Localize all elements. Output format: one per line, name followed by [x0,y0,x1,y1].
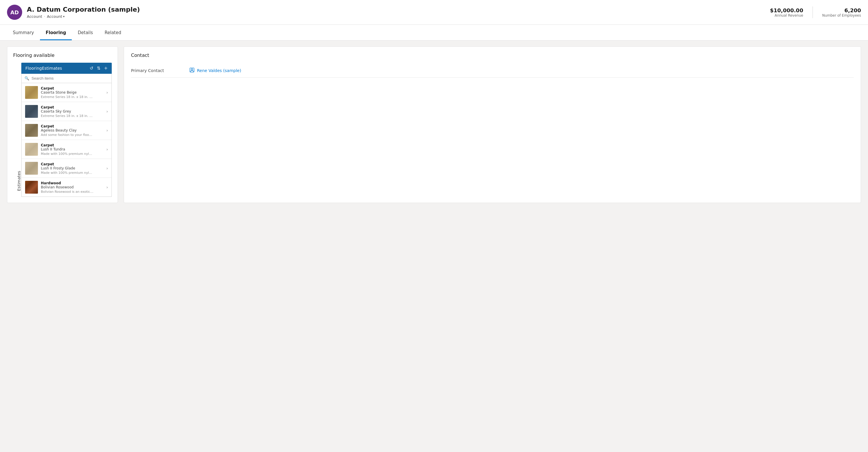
sort-icon[interactable]: ⇅ [97,66,101,71]
nav-tabs: Summary Flooring Details Related [0,25,868,40]
tab-related[interactable]: Related [99,25,127,40]
item-category: Hardwood [41,181,103,185]
item-category: Carpet [41,143,103,147]
search-icon: 🔍 [25,76,29,80]
item-category: Carpet [41,86,103,90]
breadcrumb-dropdown[interactable]: Account ▾ [47,14,65,19]
contact-icon [189,67,195,74]
item-chevron-icon: › [106,128,108,133]
item-chevron-icon: › [106,185,108,190]
item-info: Carpet Caserta Sky Grey Extreme Series 1… [41,105,103,118]
item-list: Carpet Caserta Stone Beige Extreme Serie… [21,83,112,197]
list-item[interactable]: Carpet Ageless Beauty Clay Add some fash… [22,121,112,140]
item-category: Carpet [41,105,103,109]
page-title: A. Datum Corporation (sample) [27,6,140,13]
left-panel-inner: Estimates FlooringEstimates ↺ ⇅ + 🔍 [13,63,112,197]
item-thumbnail [25,124,38,137]
list-item[interactable]: Carpet Caserta Stone Beige Extreme Serie… [22,83,112,102]
header-info: A. Datum Corporation (sample) Account · … [27,6,140,19]
list-item[interactable]: Carpet Lush II Tundra Made with 100% pre… [22,140,112,159]
breadcrumb: Account · Account ▾ [27,14,140,19]
list-item[interactable]: Hardwood Bolivian Rosewood Bolivian Rose… [22,178,112,197]
right-panel: Contact Primary Contact Rene Valdes (sam… [124,46,861,203]
header-right: $10,000.00 Annual Revenue 6,200 Number o… [770,6,861,18]
left-panel-title: Flooring available [13,53,112,58]
item-info: Carpet Caserta Stone Beige Extreme Serie… [41,86,103,99]
list-item[interactable]: Carpet Lush II Frosty Glade Made with 10… [22,159,112,178]
item-category: Carpet [41,124,103,128]
item-thumbnail [25,143,38,156]
chevron-down-icon: ▾ [63,15,64,18]
item-thumbnail [25,181,38,194]
item-desc: Made with 100% premium nylon fiber, this… [41,152,93,156]
item-desc: Add some fashion to your floors with the… [41,133,93,137]
item-category: Carpet [41,162,103,166]
item-thumbnail [25,86,38,99]
estimates-actions: ↺ ⇅ + [90,66,108,71]
item-name: Lush II Tundra [41,147,103,151]
employees-value: 6,200 [822,7,861,13]
contact-section-title: Contact [131,53,854,58]
item-chevron-icon: › [106,147,108,152]
item-thumbnail [25,162,38,175]
contact-link[interactable]: Rene Valdes (sample) [197,68,241,73]
item-chevron-icon: › [106,109,108,114]
item-desc: Extreme Series 18 in. x 18 in. carpet ti… [41,114,93,118]
estimates-side-label: Estimates [13,63,21,197]
contact-value: Rene Valdes (sample) [189,67,241,74]
item-chevron-icon: › [106,90,108,95]
estimates-header: FlooringEstimates ↺ ⇅ + [21,63,112,74]
item-desc: Bolivian Rosewood is an exotic wood with… [41,190,93,194]
widget-column: FlooringEstimates ↺ ⇅ + 🔍 Carpet [21,63,112,197]
item-thumbnail [25,105,38,118]
item-chevron-icon: › [106,166,108,170]
primary-contact-label: Primary Contact [131,68,189,73]
item-info: Carpet Lush II Frosty Glade Made with 10… [41,162,103,175]
item-info: Carpet Ageless Beauty Clay Add some fash… [41,124,103,137]
revenue-label: Annual Revenue [770,13,803,18]
contact-row: Primary Contact Rene Valdes (sample) [131,64,854,77]
estimates-title: FlooringEstimates [25,66,62,71]
breadcrumb-item1: Account [27,14,42,19]
item-info: Carpet Lush II Tundra Made with 100% pre… [41,143,103,156]
tab-flooring[interactable]: Flooring [40,25,72,40]
header-left: AD A. Datum Corporation (sample) Account… [7,5,140,20]
refresh-icon[interactable]: ↺ [90,66,93,71]
employees-label: Number of Employees [822,13,861,18]
main-content: Flooring available Estimates FlooringEst… [0,40,868,209]
search-bar: 🔍 [21,74,112,83]
avatar: AD [7,5,22,20]
stat-divider [812,6,813,18]
item-name: Caserta Sky Grey [41,109,103,114]
item-name: Bolivian Rosewood [41,185,103,189]
item-info: Hardwood Bolivian Rosewood Bolivian Rose… [41,181,103,194]
item-name: Caserta Stone Beige [41,90,103,95]
item-desc: Extreme Series 18 in. x 18 in. carpet ti… [41,95,93,99]
tab-summary[interactable]: Summary [7,25,40,40]
item-desc: Made with 100% premium nylon fiber, this… [41,171,93,175]
search-input[interactable] [32,76,108,80]
add-icon[interactable]: + [104,66,108,71]
breadcrumb-separator: · [44,14,45,19]
left-panel: Flooring available Estimates FlooringEst… [7,46,118,203]
svg-point-1 [191,69,192,70]
header: AD A. Datum Corporation (sample) Account… [0,0,868,25]
item-name: Ageless Beauty Clay [41,128,103,132]
breadcrumb-item2: Account [47,14,62,19]
item-name: Lush II Frosty Glade [41,166,103,170]
tab-details[interactable]: Details [72,25,99,40]
list-item[interactable]: Carpet Caserta Sky Grey Extreme Series 1… [22,102,112,121]
revenue-stat: $10,000.00 Annual Revenue [770,7,803,18]
employees-stat: 6,200 Number of Employees [822,7,861,18]
revenue-value: $10,000.00 [770,7,803,13]
